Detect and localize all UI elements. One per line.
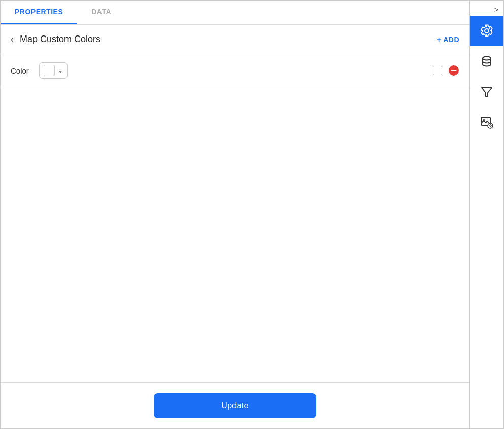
sidebar-top: > [470,1,503,16]
color-label: Color [11,66,29,75]
content-area [1,87,469,382]
svg-point-3 [483,57,491,60]
database-icon [480,54,494,68]
remove-button[interactable] [448,65,459,76]
tab-bar: PROPERTIES DATA [1,1,469,25]
svg-marker-4 [482,88,492,96]
sidebar-item-filter[interactable] [470,77,503,107]
main-panel: PROPERTIES DATA ‹ Map Custom Colors + AD… [0,0,469,429]
gear-icon [480,24,494,38]
add-button[interactable]: + ADD [437,35,459,44]
color-swatch [44,65,55,76]
sidebar-item-settings[interactable] [470,16,503,46]
back-button[interactable]: ‹ [11,34,14,45]
svg-point-7 [488,123,493,128]
header-row: ‹ Map Custom Colors + ADD [1,25,469,54]
remove-icon [448,65,459,76]
color-picker-button[interactable]: ⌄ [39,62,68,79]
update-button[interactable]: Update [154,393,316,418]
tab-data[interactable]: DATA [77,1,125,24]
color-row: Color ⌄ [1,54,469,87]
right-sidebar: > [469,0,504,429]
filter-icon [480,85,494,99]
sidebar-item-image-settings[interactable] [470,107,503,137]
image-settings-icon [480,115,494,129]
tab-properties[interactable]: PROPERTIES [1,1,77,24]
checkbox[interactable] [433,66,442,75]
sidebar-item-database[interactable] [470,46,503,77]
chevron-down-icon: ⌄ [58,67,63,74]
svg-point-2 [485,29,489,33]
footer: Update [1,382,469,428]
expand-icon[interactable]: > [494,6,498,14]
page-title: Map Custom Colors [20,34,437,45]
